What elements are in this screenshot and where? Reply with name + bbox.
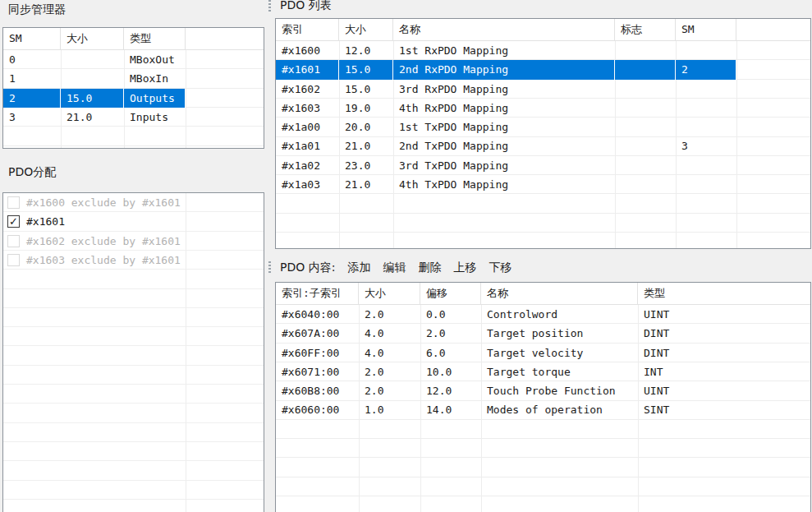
col-header-size[interactable]: 大小 [359, 283, 420, 304]
sync-manager-title: 同步管理器 [8, 2, 66, 17]
cell-type: UINT [638, 305, 810, 324]
pdo-assign-item-label: #x1600 exclude by #x1601 [26, 196, 181, 209]
edit-button[interactable]: 编辑 [383, 261, 406, 275]
cell-index: #x1602 [276, 80, 339, 99]
cell-extra [186, 108, 264, 127]
table-row[interactable]: #x1a00 20.0 1st TxPDO Mapping [276, 118, 810, 136]
col-header-offset[interactable]: 偏移 [420, 283, 481, 304]
cell-extra [736, 136, 810, 155]
col-header-extra[interactable] [736, 19, 810, 40]
cell-extra [186, 50, 264, 69]
pdo-assign-item-label: #x1603 exclude by #x1601 [26, 254, 181, 266]
pdo-content-toolbar: PDO 内容: 添加 编辑 删除 上移 下移 [280, 261, 512, 274]
col-header-index[interactable]: 索引 [276, 19, 339, 40]
move-up-button[interactable]: 上移 [453, 261, 476, 275]
table-row[interactable]: 1 MBoxIn [3, 69, 264, 88]
pdo-assign-item-label: #x1602 exclude by #x1601 [26, 235, 181, 247]
cell-name: 2nd TxPDO Mapping [393, 136, 615, 155]
pdo-list-table: 索引 大小 名称 标志 SM #x1600 12.0 1st RxPDO Map… [275, 18, 811, 249]
cell-size: 1.0 [359, 400, 420, 419]
cell-flags [615, 175, 676, 194]
sync-manager-table: SM 大小 类型 0 MBoxOut 1 MBoxIn 2 1 [2, 27, 264, 149]
cell-type: Outputs [124, 89, 186, 108]
table-row[interactable]: #x60FF:00 4.0 6.0 Target velocity DINT [276, 344, 810, 362]
col-header-type[interactable]: 类型 [124, 28, 186, 49]
table-row[interactable]: #x1a03 21.0 4th TxPDO Mapping [276, 175, 810, 194]
table-row[interactable]: #x60B8:00 2.0 12.0 Touch Probe Function … [276, 381, 810, 400]
cell-type: Inputs [124, 108, 186, 127]
table-row[interactable]: #x1a01 21.0 2nd TxPDO Mapping 3 [276, 136, 810, 155]
move-down-button[interactable]: 下移 [489, 261, 512, 275]
col-header-flags[interactable]: 标志 [615, 19, 676, 40]
col-header-type[interactable]: 类型 [638, 283, 810, 304]
pdo-list-body: #x1600 12.0 1st RxPDO Mapping #x1601 15.… [276, 41, 810, 248]
cell-size: 2.0 [359, 362, 420, 381]
table-row[interactable]: #x1602 15.0 3rd RxPDO Mapping [276, 80, 810, 99]
cell-offset: 12.0 [420, 381, 481, 400]
cell-size: 4.0 [359, 324, 420, 343]
cell-size [61, 69, 124, 88]
cell-name: Target velocity [481, 344, 638, 362]
sync-manager-header: SM 大小 类型 [3, 28, 264, 50]
cell-sm [676, 156, 736, 175]
pdo-assignment-title: PDO分配 [8, 165, 56, 180]
cell-index: #x6040:00 [276, 305, 359, 324]
cell-size: 20.0 [339, 118, 393, 136]
cell-type: MBoxIn [124, 69, 186, 88]
toolbar-grip-icon [268, 0, 271, 12]
cell-name: 3rd TxPDO Mapping [393, 156, 615, 175]
delete-button[interactable]: 删除 [418, 261, 441, 275]
cell-index: #x1601 [276, 60, 339, 79]
checkbox-checked-icon[interactable]: ✓ [7, 215, 20, 228]
pdo-content-body: #x6040:00 2.0 0.0 Controlword UINT #x607… [276, 305, 810, 512]
cell-size: 21.0 [61, 108, 124, 127]
pdo-assign-item[interactable]: ✓ #x1601 [3, 212, 264, 231]
cell-name: 1st RxPDO Mapping [393, 41, 615, 60]
cell-size: 15.0 [61, 89, 124, 108]
col-header-sm[interactable]: SM [3, 28, 61, 49]
cell-index: #x6060:00 [276, 400, 359, 419]
col-header-sm[interactable]: SM [676, 19, 736, 40]
cell-size: 15.0 [339, 80, 393, 99]
table-row-selected[interactable]: #x1601 15.0 2nd RxPDO Mapping 2 [276, 60, 810, 79]
pdo-assign-item: #x1603 exclude by #x1601 [3, 251, 264, 270]
cell-size: 12.0 [339, 41, 393, 60]
checkbox-unchecked-icon [7, 196, 20, 209]
table-row-selected[interactable]: 2 15.0 Outputs [3, 89, 264, 108]
add-button[interactable]: 添加 [347, 261, 370, 275]
table-row[interactable]: #x6060:00 1.0 14.0 Modes of operation SI… [276, 400, 810, 419]
col-header-index-subindex[interactable]: 索引:子索引 [276, 283, 359, 304]
pdo-content-table: 索引:子索引 大小 偏移 名称 类型 #x6040:00 2.0 0.0 Con… [275, 282, 811, 512]
checkbox-unchecked-icon [7, 254, 20, 266]
col-header-extra[interactable] [186, 28, 264, 49]
pdo-assign-item: #x1602 exclude by #x1601 [3, 232, 264, 251]
col-header-size[interactable]: 大小 [61, 28, 124, 49]
table-row[interactable]: #x6040:00 2.0 0.0 Controlword UINT [276, 305, 810, 324]
table-row[interactable]: 3 21.0 Inputs [3, 108, 264, 127]
col-header-name[interactable]: 名称 [393, 19, 615, 40]
col-header-size[interactable]: 大小 [339, 19, 393, 40]
cell-size [61, 50, 124, 69]
cell-name: 1st TxPDO Mapping [393, 118, 615, 136]
table-row[interactable]: #x1a02 23.0 3rd TxPDO Mapping [276, 156, 810, 175]
cell-sm [676, 118, 736, 136]
cell-flags [615, 41, 676, 60]
cell-flags [615, 156, 676, 175]
table-row[interactable]: #x1603 19.0 4th RxPDO Mapping [276, 99, 810, 118]
table-row[interactable]: #x607A:00 4.0 2.0 Target position DINT [276, 324, 810, 343]
cell-extra [186, 69, 264, 88]
col-header-name[interactable]: 名称 [481, 283, 638, 304]
cell-index: #x607A:00 [276, 324, 359, 343]
pdo-list-header: 索引 大小 名称 标志 SM [276, 19, 810, 41]
cell-index: #x1600 [276, 41, 339, 60]
cell-flags [615, 136, 676, 155]
cell-extra [736, 118, 810, 136]
table-row[interactable]: #x6071:00 2.0 10.0 Target torque INT [276, 362, 810, 381]
cell-extra [736, 80, 810, 99]
cell-size: 2.0 [359, 305, 420, 324]
table-row[interactable]: #x1600 12.0 1st RxPDO Mapping [276, 41, 810, 60]
table-row[interactable]: 0 MBoxOut [3, 50, 264, 69]
cell-size: 19.0 [339, 99, 393, 118]
cell-flags [615, 80, 676, 99]
cell-name: 2nd RxPDO Mapping [393, 60, 615, 79]
